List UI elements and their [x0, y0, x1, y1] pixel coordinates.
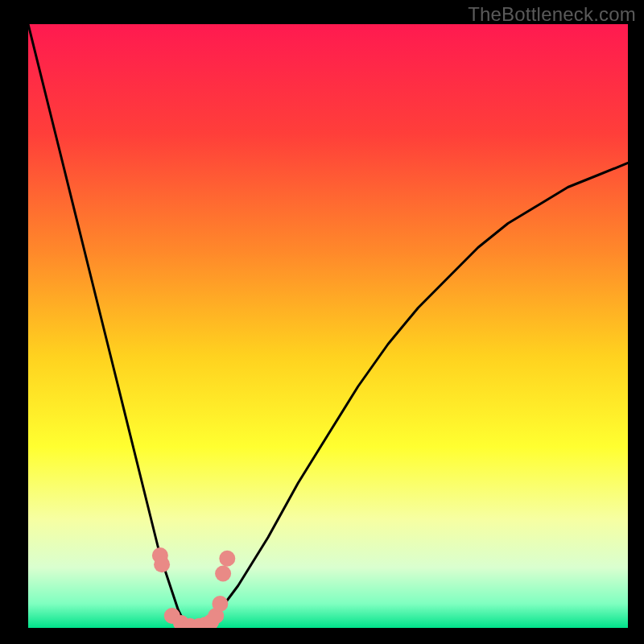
watermark-text: TheBottleneck.com	[468, 3, 636, 26]
chart-frame: TheBottleneck.com	[0, 0, 644, 644]
bottleneck-chart	[0, 0, 644, 644]
marker-sweet-spot-markers	[154, 556, 170, 572]
marker-sweet-spot-markers	[215, 566, 231, 582]
marker-sweet-spot-markers	[212, 596, 228, 612]
marker-sweet-spot-markers	[219, 551, 235, 567]
chart-background	[28, 24, 628, 628]
